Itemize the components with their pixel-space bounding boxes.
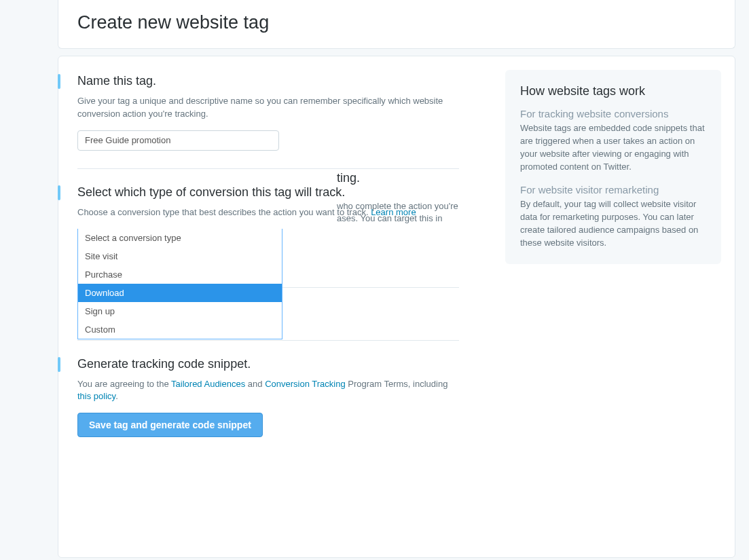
section-generate-snippet: Generate tracking code snippet. You are … [58,353,459,404]
section-title: Generate tracking code snippet. [77,357,459,371]
dropdown-option[interactable]: Site visit [78,247,282,265]
tailored-audiences-link[interactable]: Tailored Audiences [171,379,245,389]
info-text: Website tags are embedded code snippets … [520,122,706,173]
divider [77,168,459,169]
this-policy-link[interactable]: this policy [77,391,115,401]
divider [77,340,459,341]
section-title: Name this tag. [77,74,459,88]
dropdown-option[interactable]: Download [78,284,282,302]
partial-section-behind-dropdown: ting. who complete the action you're ase… [337,171,459,226]
tag-name-input[interactable] [77,130,279,151]
save-generate-button[interactable]: Save tag and generate code snippet [77,413,263,437]
conversion-tracking-link[interactable]: Conversion Tracking [265,379,346,389]
section-desc: You are agreeing to the Tailored Audienc… [77,378,459,404]
dropdown-option[interactable]: Sign up [78,302,282,320]
main-card: Name this tag. Give your tag a unique an… [58,56,735,558]
dropdown-option[interactable]: Custom [78,320,282,339]
section-name-tag: Name this tag. Give your tag a unique an… [58,70,459,151]
info-title: How website tags work [520,84,706,98]
text-fragment: who complete the action you're [337,200,459,213]
info-text: By default, your tag will collect websit… [520,198,706,249]
info-panel: How website tags work For tracking websi… [505,70,721,264]
header-card: Create new website tag [58,0,735,49]
page-title: Create new website tag [77,12,716,33]
section-title-fragment: ting. [337,171,459,185]
text-fragment: ases. You can target this in [337,212,459,225]
info-subtitle: For website visitor remarketing [520,184,706,195]
conversion-type-dropdown: Select a conversion type Site visit Purc… [77,229,282,339]
section-desc: Give your tag a unique and descriptive n… [77,95,459,121]
left-column: Name this tag. Give your tag a unique an… [58,70,459,530]
info-subtitle: For tracking website conversions [520,108,706,119]
right-column: How website tags work For tracking websi… [505,70,721,530]
dropdown-option[interactable]: Select a conversion type [78,229,282,247]
dropdown-option[interactable]: Purchase [78,265,282,284]
